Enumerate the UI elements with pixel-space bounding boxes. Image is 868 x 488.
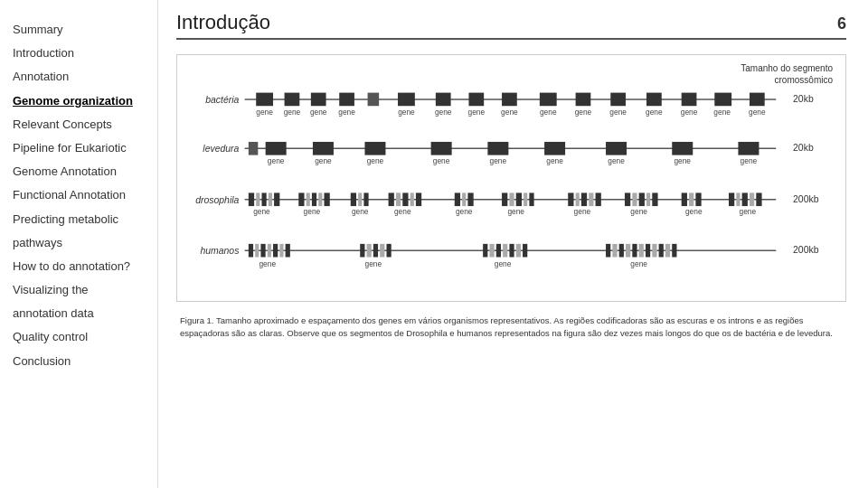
svg-rect-117 bbox=[260, 244, 265, 258]
svg-rect-42 bbox=[544, 142, 565, 155]
svg-rect-129 bbox=[496, 244, 501, 258]
svg-text:gene: gene bbox=[338, 108, 355, 117]
svg-rect-7 bbox=[398, 93, 415, 107]
svg-text:gene: gene bbox=[685, 207, 703, 216]
svg-rect-120 bbox=[279, 244, 283, 258]
main-content: Introdução 6 Tamanho do segmento cromoss… bbox=[158, 0, 868, 488]
sidebar-item-predicting-metabolic[interactable]: Predicting metabolic bbox=[13, 208, 148, 231]
svg-rect-131 bbox=[509, 244, 514, 258]
sidebar-item-annotation[interactable]: Annotation bbox=[13, 65, 148, 89]
svg-rect-61 bbox=[269, 192, 272, 206]
svg-rect-66 bbox=[318, 192, 322, 206]
sidebar-item-introduction[interactable]: Introduction bbox=[13, 42, 148, 65]
svg-rect-80 bbox=[509, 192, 514, 206]
svg-rect-138 bbox=[632, 244, 637, 258]
svg-text:gene: gene bbox=[740, 207, 757, 216]
svg-text:drosophila: drosophila bbox=[195, 195, 239, 205]
svg-rect-72 bbox=[396, 192, 401, 206]
svg-text:gene: gene bbox=[435, 108, 452, 117]
svg-rect-94 bbox=[682, 192, 687, 206]
svg-rect-8 bbox=[436, 93, 451, 107]
svg-rect-133 bbox=[523, 244, 527, 258]
diagram-top-label: Tamanho do segmento cromossômico bbox=[741, 62, 833, 86]
svg-rect-83 bbox=[529, 192, 533, 206]
svg-rect-75 bbox=[416, 192, 421, 206]
sidebar-item-genome-annotation[interactable]: Genome Annotation bbox=[13, 160, 148, 183]
svg-rect-118 bbox=[268, 244, 271, 258]
sidebar-item-summary[interactable]: Summary bbox=[13, 18, 148, 42]
svg-text:gene: gene bbox=[315, 156, 332, 165]
svg-text:gene: gene bbox=[741, 156, 758, 165]
svg-text:gene: gene bbox=[367, 156, 384, 165]
svg-rect-43 bbox=[606, 142, 627, 155]
svg-rect-128 bbox=[489, 244, 494, 258]
svg-rect-44 bbox=[672, 142, 693, 155]
svg-rect-116 bbox=[255, 244, 259, 258]
svg-rect-135 bbox=[612, 244, 617, 258]
svg-text:gene: gene bbox=[630, 259, 647, 268]
svg-rect-63 bbox=[298, 192, 304, 206]
svg-rect-71 bbox=[389, 192, 394, 206]
svg-rect-126 bbox=[386, 244, 391, 258]
svg-text:gene: gene bbox=[546, 156, 563, 165]
svg-text:gene: gene bbox=[540, 108, 557, 117]
svg-rect-65 bbox=[312, 192, 316, 206]
svg-rect-97 bbox=[729, 192, 734, 206]
svg-rect-91 bbox=[639, 192, 645, 206]
sidebar-item-pathways[interactable]: pathways bbox=[13, 231, 148, 255]
svg-rect-132 bbox=[516, 244, 521, 258]
svg-text:gene: gene bbox=[608, 156, 625, 165]
svg-rect-127 bbox=[483, 244, 487, 258]
svg-text:humanos: humanos bbox=[200, 246, 239, 256]
svg-text:gene: gene bbox=[674, 156, 691, 165]
sidebar-item-how-to-annotate[interactable]: How to do annotation? bbox=[13, 255, 148, 278]
svg-rect-123 bbox=[367, 244, 372, 258]
svg-rect-89 bbox=[625, 192, 630, 206]
svg-text:gene: gene bbox=[468, 108, 486, 117]
svg-rect-125 bbox=[380, 244, 384, 258]
sidebar-item-genome-organization[interactable]: Genome organization bbox=[13, 89, 148, 113]
page-number: 6 bbox=[837, 14, 846, 33]
svg-rect-68 bbox=[351, 192, 356, 206]
sidebar-item-pipeline-eukariotic[interactable]: Pipeline for Eukariotic bbox=[13, 136, 148, 160]
genome-diagram: Tamanho do segmento cromossômico bactéri… bbox=[176, 54, 846, 302]
page-title: Introdução bbox=[176, 11, 270, 34]
svg-text:gene: gene bbox=[507, 207, 524, 216]
svg-text:gene: gene bbox=[681, 108, 698, 117]
svg-rect-82 bbox=[524, 192, 527, 206]
svg-text:gene: gene bbox=[456, 207, 473, 216]
svg-rect-92 bbox=[646, 192, 650, 206]
svg-rect-69 bbox=[358, 192, 362, 206]
svg-text:gene: gene bbox=[490, 156, 507, 165]
svg-rect-41 bbox=[487, 142, 508, 155]
svg-rect-70 bbox=[363, 192, 368, 206]
svg-rect-16 bbox=[714, 93, 731, 107]
svg-rect-62 bbox=[274, 192, 279, 206]
svg-rect-141 bbox=[652, 244, 656, 258]
svg-text:gene: gene bbox=[284, 108, 301, 117]
sidebar-item-visualizing[interactable]: Visualizing the bbox=[13, 278, 148, 302]
svg-rect-143 bbox=[665, 244, 670, 258]
svg-rect-77 bbox=[462, 192, 466, 206]
svg-rect-15 bbox=[682, 93, 697, 107]
svg-rect-2 bbox=[256, 93, 273, 107]
sidebar-item-relevant-concepts[interactable]: Relevant Concepts bbox=[13, 113, 148, 136]
svg-text:gene: gene bbox=[394, 207, 411, 216]
title-bar: Introdução 6 bbox=[176, 11, 846, 40]
sidebar-item-annotation-data[interactable]: annotation data bbox=[13, 302, 148, 325]
svg-rect-58 bbox=[249, 192, 254, 206]
svg-rect-99 bbox=[742, 192, 748, 206]
sidebar-item-conclusion[interactable]: Conclusion bbox=[13, 350, 148, 373]
svg-rect-12 bbox=[576, 93, 591, 107]
svg-text:gene: gene bbox=[575, 108, 592, 117]
svg-rect-13 bbox=[610, 93, 626, 107]
sidebar-item-quality-control[interactable]: Quality control bbox=[13, 325, 148, 349]
svg-rect-79 bbox=[502, 192, 507, 206]
svg-text:gene: gene bbox=[398, 108, 415, 117]
sidebar-item-functional-annotation[interactable]: Functional Annotation bbox=[13, 183, 148, 207]
svg-text:gene: gene bbox=[304, 207, 321, 216]
svg-text:gene: gene bbox=[352, 207, 369, 216]
genome-svg: bactéria gen bbox=[190, 80, 833, 288]
svg-rect-9 bbox=[468, 93, 484, 107]
svg-rect-40 bbox=[431, 142, 452, 155]
